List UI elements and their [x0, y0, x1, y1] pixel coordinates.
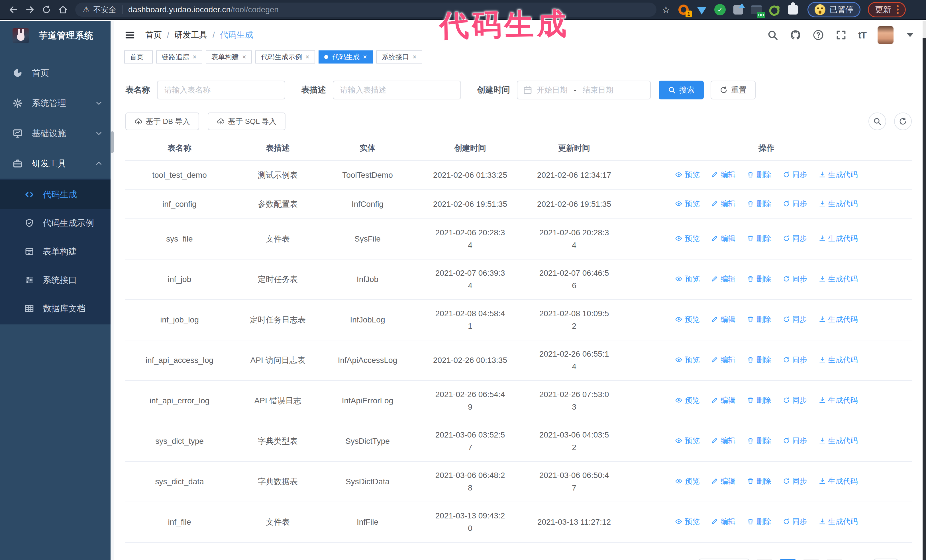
app-logo-row[interactable]: 芋道管理系统 [0, 21, 114, 50]
delete-link[interactable]: 删除 [747, 515, 771, 528]
tab-close-icon[interactable]: × [306, 53, 309, 61]
edit-link[interactable]: 编辑 [711, 198, 735, 210]
search-button[interactable]: 搜索 [659, 81, 704, 100]
sync-link[interactable]: 同步 [783, 515, 807, 528]
browser-reload-button[interactable] [38, 2, 55, 18]
sidebar-scrollbar[interactable] [110, 21, 114, 560]
edit-link[interactable]: 编辑 [711, 273, 735, 285]
table-name-input[interactable]: 请输入表名称 [157, 81, 285, 100]
delete-link[interactable]: 删除 [747, 475, 771, 488]
edit-link[interactable]: 编辑 [711, 232, 735, 245]
paused-badge[interactable]: 已暂停 [808, 2, 861, 17]
sync-link[interactable]: 同步 [783, 353, 807, 366]
next-page-button[interactable] [826, 559, 843, 560]
edit-link[interactable]: 编辑 [711, 353, 735, 366]
edit-link[interactable]: 编辑 [711, 313, 735, 326]
tab[interactable]: 链路追踪 × [156, 50, 202, 63]
generate-code-link[interactable]: 生成代码 [819, 475, 858, 488]
generate-code-link[interactable]: 生成代码 [819, 232, 858, 245]
tab-close-icon[interactable]: × [242, 53, 246, 61]
tab[interactable]: 代码生成 × [319, 50, 373, 63]
breadcrumb-devtools[interactable]: 研发工具 [174, 29, 207, 41]
sidebar-item-home[interactable]: 首页 [0, 58, 114, 88]
tab[interactable]: 首页 [124, 50, 153, 63]
edit-link[interactable]: 编辑 [711, 515, 735, 528]
preview-link[interactable]: 预览 [675, 198, 699, 210]
preview-link[interactable]: 预览 [675, 435, 699, 447]
generate-code-link[interactable]: 生成代码 [819, 313, 858, 326]
page-number-button[interactable]: 2 [803, 559, 819, 560]
edit-link[interactable]: 编辑 [711, 168, 735, 181]
generate-code-link[interactable]: 生成代码 [819, 168, 858, 181]
delete-link[interactable]: 删除 [747, 313, 771, 326]
edit-link[interactable]: 编辑 [711, 435, 735, 447]
delete-link[interactable]: 删除 [747, 435, 771, 447]
tab-close-icon[interactable]: × [413, 53, 416, 61]
extension-icon-gray[interactable] [732, 4, 744, 16]
tab[interactable]: 代码生成示例 × [255, 50, 315, 63]
extension-icon-green-check[interactable]: ✓ [714, 4, 726, 16]
page-scrollbar-thumb[interactable] [923, 38, 926, 560]
help-icon[interactable] [813, 29, 824, 41]
tab-close-icon[interactable]: × [193, 53, 197, 61]
sidebar-item-system-api[interactable]: 系统接口 [0, 266, 114, 294]
delete-link[interactable]: 删除 [747, 168, 771, 181]
delete-link[interactable]: 删除 [747, 353, 771, 366]
extension-icon-gem[interactable] [696, 4, 708, 16]
generate-code-link[interactable]: 生成代码 [819, 273, 858, 285]
avatar-caret-icon[interactable] [906, 33, 914, 37]
avatar[interactable] [878, 26, 894, 44]
edit-link[interactable]: 编辑 [711, 394, 735, 406]
sync-link[interactable]: 同步 [783, 168, 807, 181]
sync-link[interactable]: 同步 [783, 475, 807, 488]
sidebar-item-db-doc[interactable]: 数据库文档 [0, 294, 114, 323]
table-desc-input[interactable]: 请输入表描述 [333, 81, 461, 100]
toggle-search-button[interactable] [869, 113, 886, 130]
sync-link[interactable]: 同步 [783, 198, 807, 210]
extension-icon-puzzle[interactable] [787, 4, 799, 16]
font-size-icon[interactable]: tT [858, 30, 866, 41]
preview-link[interactable]: 预览 [675, 273, 699, 285]
delete-link[interactable]: 删除 [747, 273, 771, 285]
sync-link[interactable]: 同步 [783, 435, 807, 447]
extension-icon-key[interactable] [769, 4, 781, 16]
extension-icon-orange[interactable]: 1 [678, 4, 690, 16]
sync-link[interactable]: 同步 [783, 313, 807, 326]
browser-menu-icon[interactable] [895, 5, 899, 14]
hamburger-icon[interactable] [124, 30, 136, 40]
delete-link[interactable]: 删除 [747, 232, 771, 245]
preview-link[interactable]: 预览 [675, 475, 699, 488]
preview-link[interactable]: 预览 [675, 168, 699, 181]
goto-page-input[interactable]: 1 [874, 558, 898, 560]
sidebar-item-form-builder[interactable]: 表单构建 [0, 237, 114, 266]
sync-link[interactable]: 同步 [783, 394, 807, 406]
sidebar-item-infra[interactable]: 基础设施 [0, 118, 114, 148]
page-number-button[interactable]: 1 [780, 559, 796, 560]
sidebar-item-codegen-example[interactable]: 代码生成示例 [0, 209, 114, 237]
generate-code-link[interactable]: 生成代码 [819, 353, 858, 366]
github-icon[interactable] [790, 29, 801, 41]
extension-icon-on[interactable]: on [750, 4, 763, 16]
sync-link[interactable]: 同步 [783, 232, 807, 245]
reset-button[interactable]: 重置 [711, 81, 756, 100]
generate-code-link[interactable]: 生成代码 [819, 435, 858, 447]
sidebar-scrollbar-thumb[interactable] [111, 131, 114, 153]
preview-link[interactable]: 预览 [675, 313, 699, 326]
import-db-button[interactable]: 基于 DB 导入 [126, 113, 199, 130]
generate-code-link[interactable]: 生成代码 [819, 515, 858, 528]
preview-link[interactable]: 预览 [675, 515, 699, 528]
sync-link[interactable]: 同步 [783, 273, 807, 285]
sidebar-item-devtools[interactable]: 研发工具 [0, 148, 114, 179]
search-icon[interactable] [767, 29, 778, 41]
date-range-input[interactable]: 开始日期 - 结束日期 [517, 81, 651, 100]
tab[interactable]: 系统接口 × [376, 50, 422, 63]
prev-page-button[interactable] [757, 559, 772, 560]
update-button[interactable]: 更新 [868, 2, 906, 17]
browser-home-button[interactable] [55, 2, 71, 18]
fullscreen-icon[interactable] [835, 29, 847, 41]
tab-close-icon[interactable]: × [363, 53, 367, 61]
delete-link[interactable]: 删除 [747, 198, 771, 210]
browser-back-button[interactable] [5, 2, 22, 18]
delete-link[interactable]: 删除 [747, 394, 771, 406]
browser-forward-button[interactable] [22, 2, 38, 18]
